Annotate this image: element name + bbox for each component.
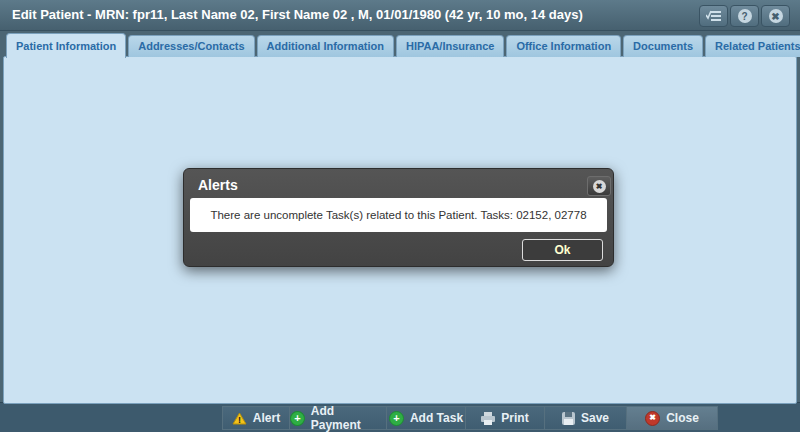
tab-documents[interactable]: Documents: [623, 35, 703, 57]
alerts-modal: Alerts ✖ There are uncomplete Task(s) re…: [183, 168, 614, 267]
help-button[interactable]: ?: [730, 5, 759, 27]
add-task-button[interactable]: + Add Task: [386, 406, 466, 430]
alerts-modal-close-button[interactable]: ✖: [587, 176, 611, 196]
ok-button[interactable]: Ok: [522, 239, 603, 261]
alert-button[interactable]: ! Alert: [222, 406, 290, 430]
alerts-modal-message: There are uncomplete Task(s) related to …: [190, 198, 607, 232]
add-plus-icon: +: [290, 411, 305, 426]
title-bar: Edit Patient - MRN: fpr11, Last Name 02,…: [0, 0, 800, 31]
print-button[interactable]: Print: [465, 406, 545, 430]
tab-addresses-contacts[interactable]: Addresses/Contacts: [128, 35, 254, 57]
add-task-button-label: Add Task: [410, 411, 463, 425]
help-icon: ?: [738, 9, 752, 23]
save-button-label: Save: [581, 411, 609, 425]
close-circle-icon: ✖: [645, 411, 660, 426]
alerts-modal-title: Alerts: [198, 177, 238, 193]
alert-button-label: Alert: [253, 411, 280, 425]
close-icon: ✖: [593, 180, 606, 193]
tab-patient-information[interactable]: Patient Information: [6, 33, 126, 58]
print-button-label: Print: [501, 411, 528, 425]
close-button-label: Close: [666, 411, 699, 425]
add-payment-button[interactable]: + Add Payment: [289, 406, 387, 430]
tab-office-information[interactable]: Office Information: [506, 35, 621, 57]
add-payment-button-label: Add Payment: [311, 404, 386, 432]
toolbar-button-row: ! Alert + Add Payment + Add Task Print: [223, 406, 718, 430]
print-icon: [481, 412, 495, 425]
add-plus-icon: +: [389, 411, 404, 426]
checklist-icon: [706, 10, 722, 22]
bottom-toolbar: ! Alert + Add Payment + Add Task Print: [0, 402, 800, 432]
window-title: Edit Patient - MRN: fpr11, Last Name 02,…: [12, 0, 583, 30]
checklist-button[interactable]: [699, 5, 728, 27]
alert-warning-icon: !: [232, 412, 247, 425]
edit-patient-window: Edit Patient - MRN: fpr11, Last Name 02,…: [0, 0, 800, 432]
svg-text:!: !: [238, 415, 241, 425]
close-button[interactable]: ✖ Close: [626, 406, 718, 430]
save-button[interactable]: Save: [544, 406, 627, 430]
window-close-button[interactable]: ✖: [761, 5, 790, 27]
tab-related-patients[interactable]: Related Patients: [705, 35, 800, 57]
save-icon: [562, 412, 575, 425]
tab-hipaa-insurance[interactable]: HIPAA/Insurance: [396, 35, 504, 57]
close-icon: ✖: [769, 9, 783, 23]
tab-additional-information[interactable]: Additional Information: [257, 35, 394, 57]
tab-strip: Patient Information Addresses/Contacts A…: [6, 32, 796, 57]
